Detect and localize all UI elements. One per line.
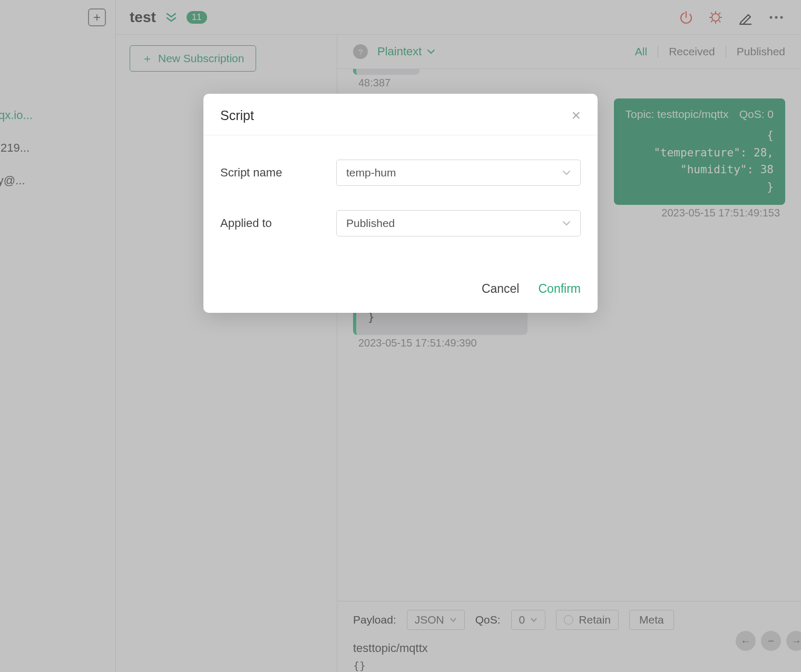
script-name-label: Script name [220,166,336,180]
script-name-value: temp-hum [346,166,396,179]
script-modal: Script × Script name temp-hum Applied to… [203,94,598,313]
modal-title: Script [220,108,254,123]
chevron-down-icon [562,220,571,226]
close-icon[interactable]: × [571,107,581,123]
confirm-button[interactable]: Confirm [538,282,581,296]
applied-to-select[interactable]: Published [336,210,581,236]
script-name-select[interactable]: temp-hum [336,160,581,186]
applied-to-value: Published [346,217,395,230]
modal-overlay[interactable]: Script × Script name temp-hum Applied to… [0,0,801,672]
applied-to-label: Applied to [220,216,336,230]
cancel-button[interactable]: Cancel [482,282,520,296]
chevron-down-icon [562,170,571,176]
